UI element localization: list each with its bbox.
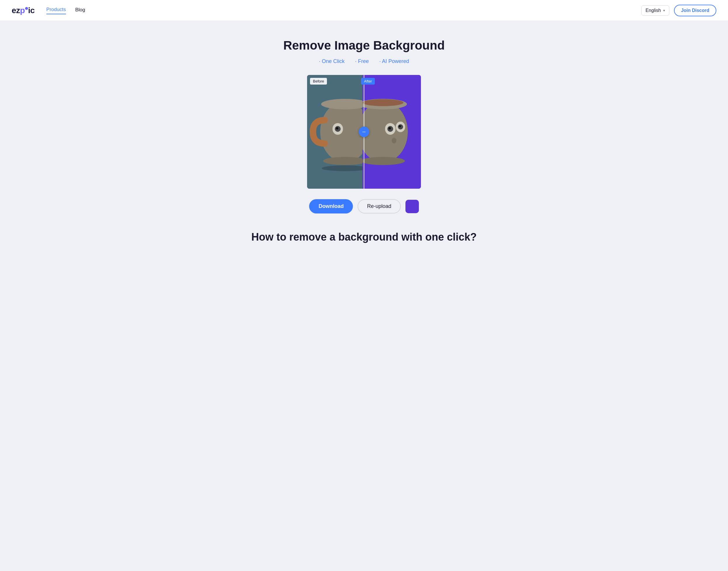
arrows-icon: ↔ <box>362 129 366 134</box>
download-button[interactable]: Download <box>309 199 353 214</box>
main-content: Remove Image Background · One Click · Fr… <box>0 21 728 266</box>
language-label: English <box>646 8 661 13</box>
svg-point-19 <box>363 99 403 106</box>
page-title: Remove Image Background <box>283 38 445 52</box>
nav-blog[interactable]: Blog <box>75 7 85 14</box>
after-panel <box>364 75 421 189</box>
svg-point-18 <box>363 157 405 165</box>
action-buttons: Download Re-upload <box>309 199 419 214</box>
feature-one-click: · One Click <box>319 58 345 65</box>
svg-point-12 <box>388 127 391 129</box>
header: ezpic Products Blog English ▾ Join Disco… <box>0 0 728 21</box>
logo-area: ezpic <box>12 6 35 15</box>
main-nav: Products Blog <box>47 7 641 14</box>
svg-point-4 <box>336 127 338 129</box>
before-panel <box>307 75 364 189</box>
background-color-swatch[interactable] <box>405 200 419 213</box>
reupload-button[interactable]: Re-upload <box>358 199 400 214</box>
svg-point-15 <box>399 125 401 127</box>
comparison-viewer[interactable]: Before After ↔ <box>307 75 421 189</box>
before-label: Before <box>310 78 327 85</box>
svg-point-16 <box>392 138 396 143</box>
header-right: English ▾ Join Discord <box>641 5 716 16</box>
after-label: After <box>361 78 375 85</box>
features-row: · One Click · Free · AI Powered <box>319 58 409 65</box>
chevron-down-icon: ▾ <box>663 8 665 13</box>
language-selector[interactable]: English ▾ <box>641 5 669 16</box>
comparison-slider-handle[interactable]: ↔ <box>359 127 369 137</box>
how-to-title: How to remove a background with one clic… <box>251 231 477 243</box>
logo-text: ezpic <box>12 6 35 15</box>
feature-ai-powered: · AI Powered <box>379 58 409 65</box>
join-discord-button[interactable]: Join Discord <box>674 5 716 16</box>
feature-free: · Free <box>355 58 369 65</box>
nav-products[interactable]: Products <box>47 7 66 14</box>
